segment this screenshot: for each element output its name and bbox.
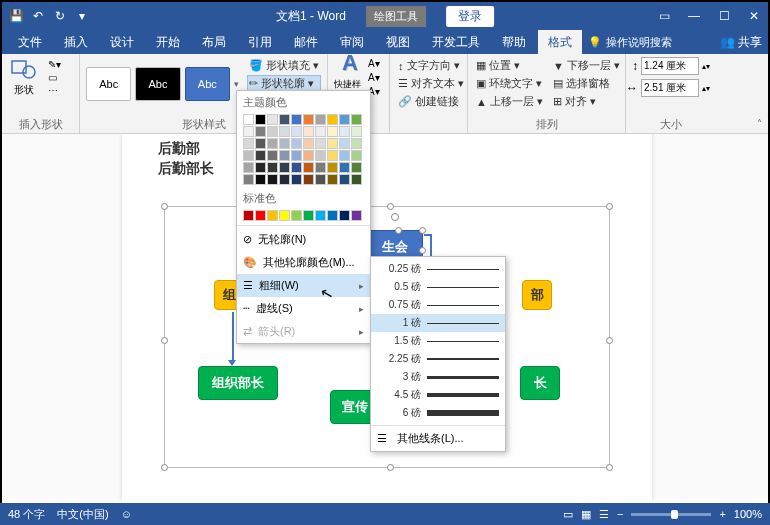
- collapse-ribbon-icon[interactable]: ˄: [757, 118, 762, 129]
- height-input[interactable]: 1.24 厘米: [641, 57, 699, 75]
- style-preset-1[interactable]: Abc: [86, 67, 131, 101]
- color-swatch[interactable]: [351, 138, 362, 149]
- color-swatch[interactable]: [279, 174, 290, 185]
- view-read-icon[interactable]: ▭: [563, 508, 573, 521]
- tab-insert[interactable]: 插入: [54, 30, 98, 55]
- style-preset-2[interactable]: Abc: [135, 67, 180, 101]
- edit-shape-icon[interactable]: ✎▾: [48, 59, 61, 70]
- style-preset-3[interactable]: Abc: [185, 67, 230, 101]
- dashes-item[interactable]: ┄虚线(S)▸: [237, 297, 370, 320]
- tab-format[interactable]: 格式: [538, 30, 582, 55]
- handle-ne[interactable]: [606, 203, 613, 210]
- color-swatch[interactable]: [255, 114, 266, 125]
- tab-layout[interactable]: 布局: [192, 30, 236, 55]
- color-swatch[interactable]: [327, 210, 338, 221]
- color-swatch[interactable]: [291, 210, 302, 221]
- tab-help[interactable]: 帮助: [492, 30, 536, 55]
- color-swatch[interactable]: [351, 150, 362, 161]
- tab-home[interactable]: 开始: [146, 30, 190, 55]
- color-swatch[interactable]: [243, 114, 254, 125]
- styles-more-icon[interactable]: ▾: [234, 79, 239, 89]
- more-colors-item[interactable]: 🎨其他轮廓颜色(M)...: [237, 251, 370, 274]
- shape-green3[interactable]: 长: [520, 366, 560, 400]
- shape-green1[interactable]: 组织部长: [198, 366, 278, 400]
- color-swatch[interactable]: [351, 162, 362, 173]
- color-swatch[interactable]: [315, 126, 326, 137]
- shape-fill-button[interactable]: 🪣形状填充 ▾: [247, 57, 321, 74]
- tab-file[interactable]: 文件: [8, 30, 52, 55]
- weight-1[interactable]: 1 磅: [371, 314, 505, 332]
- minimize-icon[interactable]: —: [686, 8, 702, 24]
- color-swatch[interactable]: [279, 150, 290, 161]
- color-swatch[interactable]: [339, 210, 350, 221]
- maximize-icon[interactable]: ☐: [716, 8, 732, 24]
- color-swatch[interactable]: [327, 138, 338, 149]
- more-lines-item[interactable]: ☰其他线条(L)...: [371, 429, 505, 448]
- no-outline-item[interactable]: ⊘无轮廓(N): [237, 228, 370, 251]
- color-swatch[interactable]: [255, 126, 266, 137]
- color-swatch[interactable]: [351, 210, 362, 221]
- color-swatch[interactable]: [267, 126, 278, 137]
- color-swatch[interactable]: [303, 174, 314, 185]
- color-swatch[interactable]: [243, 150, 254, 161]
- position-button[interactable]: ▦ 位置 ▾: [474, 57, 545, 74]
- textbox-icon[interactable]: ▭: [48, 72, 61, 83]
- color-swatch[interactable]: [255, 162, 266, 173]
- language-status[interactable]: 中文(中国): [57, 507, 108, 522]
- close-icon[interactable]: ✕: [746, 8, 762, 24]
- weight-0-5[interactable]: 0.5 磅: [371, 278, 505, 296]
- bring-forward-button[interactable]: ▲ 上移一层 ▾: [474, 93, 545, 110]
- color-swatch[interactable]: [327, 126, 338, 137]
- create-link-button[interactable]: 🔗 创建链接: [396, 93, 461, 110]
- width-input[interactable]: 2.51 厘米: [641, 79, 699, 97]
- zoom-slider[interactable]: [631, 513, 711, 516]
- color-swatch[interactable]: [279, 138, 290, 149]
- handle-nw[interactable]: [161, 203, 168, 210]
- text-outline-icon[interactable]: A▾: [368, 72, 380, 83]
- view-print-icon[interactable]: ▦: [581, 508, 591, 521]
- rotate-handle[interactable]: [391, 213, 399, 221]
- text-2[interactable]: 后勤部长: [158, 160, 214, 178]
- color-swatch[interactable]: [339, 114, 350, 125]
- weight-2-25[interactable]: 2.25 磅: [371, 350, 505, 368]
- color-swatch[interactable]: [303, 138, 314, 149]
- text-direction-button[interactable]: ↕ 文字方向 ▾: [396, 57, 461, 74]
- text-fill-icon[interactable]: A▾: [368, 58, 380, 69]
- color-swatch[interactable]: [279, 114, 290, 125]
- color-swatch[interactable]: [291, 114, 302, 125]
- color-swatch[interactable]: [327, 162, 338, 173]
- color-swatch[interactable]: [267, 138, 278, 149]
- color-swatch[interactable]: [315, 162, 326, 173]
- color-swatch[interactable]: [339, 162, 350, 173]
- tab-developer[interactable]: 开发工具: [422, 30, 490, 55]
- color-swatch[interactable]: [243, 174, 254, 185]
- color-swatch[interactable]: [315, 210, 326, 221]
- zoom-out-icon[interactable]: −: [617, 508, 623, 520]
- tab-view[interactable]: 视图: [376, 30, 420, 55]
- color-swatch[interactable]: [351, 174, 362, 185]
- color-swatch[interactable]: [267, 114, 278, 125]
- color-swatch[interactable]: [255, 210, 266, 221]
- more-shapes-icon[interactable]: ⋯: [48, 85, 61, 96]
- color-swatch[interactable]: [339, 174, 350, 185]
- color-swatch[interactable]: [351, 114, 362, 125]
- color-swatch[interactable]: [315, 114, 326, 125]
- color-swatch[interactable]: [243, 126, 254, 137]
- share-button[interactable]: 👥 共享: [720, 34, 762, 51]
- view-web-icon[interactable]: ☰: [599, 508, 609, 521]
- color-swatch[interactable]: [255, 150, 266, 161]
- ribbon-options-icon[interactable]: ▭: [656, 8, 672, 24]
- color-swatch[interactable]: [255, 174, 266, 185]
- color-swatch[interactable]: [291, 174, 302, 185]
- color-swatch[interactable]: [303, 210, 314, 221]
- color-swatch[interactable]: [315, 174, 326, 185]
- color-swatch[interactable]: [267, 162, 278, 173]
- tell-me-search[interactable]: 💡 操作说明搜索: [588, 35, 672, 50]
- accessibility-icon[interactable]: ☺: [121, 508, 132, 520]
- color-swatch[interactable]: [267, 174, 278, 185]
- handle-w[interactable]: [161, 337, 168, 344]
- color-swatch[interactable]: [327, 174, 338, 185]
- color-swatch[interactable]: [291, 126, 302, 137]
- handle-s[interactable]: [387, 464, 394, 471]
- weight-0-25[interactable]: 0.25 磅: [371, 260, 505, 278]
